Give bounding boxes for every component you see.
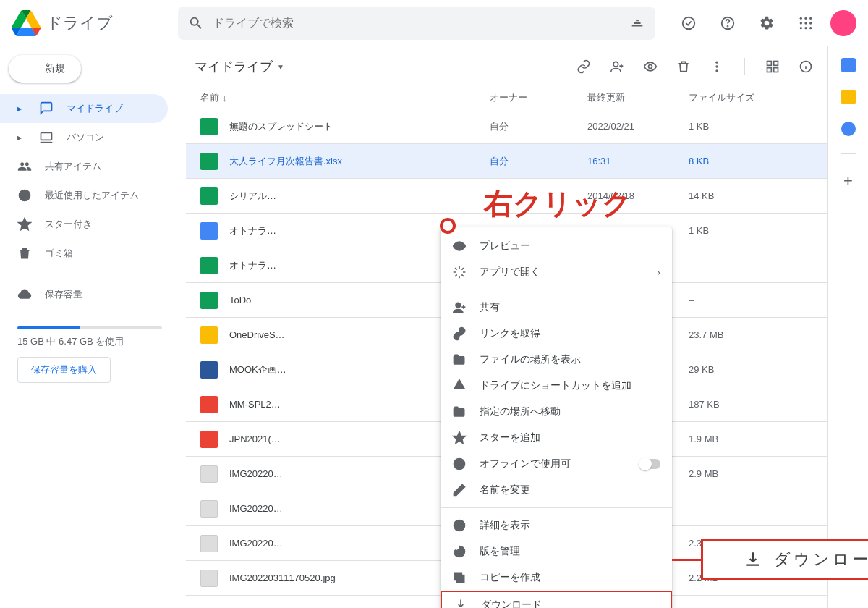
file-type-icon (200, 500, 218, 518)
svg-rect-12 (41, 132, 52, 140)
search-bar[interactable] (178, 7, 655, 40)
ctx-star[interactable]: スターを追加 (441, 425, 672, 451)
search-input[interactable] (213, 17, 621, 30)
buy-storage-button[interactable]: 保存容量を購入 (17, 357, 111, 383)
annotation-download-callout: ダウンロード (701, 539, 868, 580)
svg-point-6 (800, 22, 802, 24)
annotation-rightclick: 右クリック (484, 184, 631, 224)
svg-point-8 (809, 22, 812, 24)
svg-rect-20 (774, 62, 778, 66)
info-icon[interactable] (793, 54, 819, 80)
file-type-icon (200, 431, 218, 448)
storage-text: 15 GB 中 6.47 GB を使用 (17, 335, 162, 348)
file-type-icon (200, 118, 218, 135)
context-menu: プレビュー アプリで開く› 共有 リンクを取得 ファイルの場所を表示 ドライブに… (441, 227, 672, 608)
ctx-copy[interactable]: コピーを作成 (441, 565, 672, 591)
ready-offline-icon[interactable] (674, 9, 703, 38)
col-size[interactable]: ファイルサイズ (689, 91, 813, 104)
share-person-icon[interactable] (604, 54, 630, 80)
file-size: 29 KB (689, 364, 813, 375)
ctx-moveto[interactable]: 指定の場所へ移動 (441, 399, 672, 425)
file-size: – (689, 295, 813, 305)
nav-mydrive[interactable]: ▶ マイドライブ (0, 94, 168, 123)
settings-icon[interactable] (752, 9, 781, 38)
calendar-icon[interactable] (841, 58, 856, 72)
ctx-preview[interactable]: プレビュー (441, 233, 672, 259)
file-size: 1 KB (689, 225, 813, 236)
sort-down-icon[interactable]: ↓ (222, 93, 227, 104)
file-size: 14 KB (689, 190, 813, 201)
svg-rect-21 (767, 68, 772, 72)
svg-point-4 (804, 17, 807, 19)
file-size: 23.7 MB (689, 329, 813, 340)
apps-icon[interactable] (791, 9, 820, 38)
ctx-details[interactable]: 詳細を表示 (441, 512, 672, 539)
col-name[interactable]: 名前 (200, 91, 219, 104)
ctx-rename[interactable]: 名前を変更 (441, 477, 672, 503)
svg-point-16 (715, 62, 718, 64)
ctx-share[interactable]: 共有 (441, 295, 672, 321)
more-icon[interactable] (704, 54, 730, 80)
filter-icon[interactable] (629, 15, 645, 31)
trash-icon[interactable] (671, 54, 697, 80)
keep-icon[interactable] (841, 90, 856, 104)
file-owner: 自分 (490, 155, 587, 168)
breadcrumb-mydrive[interactable]: マイドライブ ▼ (195, 58, 284, 75)
nav-starred[interactable]: スター付き (0, 210, 168, 239)
file-row[interactable]: 大人ライフ月次報告書.xlsx 自分 16:31 8 KB (186, 144, 827, 179)
svg-rect-19 (767, 62, 772, 66)
svg-point-3 (800, 17, 802, 19)
logo[interactable]: ドライブ (12, 9, 178, 38)
col-owner[interactable]: オーナー (490, 91, 587, 104)
offline-toggle[interactable] (640, 459, 660, 469)
share-link-icon[interactable] (571, 54, 597, 80)
file-type-icon (200, 222, 218, 240)
file-row[interactable]: 無題のスプレッドシート 自分 2022/02/21 1 KB (186, 109, 827, 144)
nav-shared[interactable]: 共有アイテム (0, 152, 168, 181)
main-content: マイドライブ ▼ 名前 ↓ オーナー 最終更新 ファイルサイズ 無題のスプレッド… (179, 46, 827, 608)
nav-recent[interactable]: 最近使用したアイテム (0, 181, 168, 210)
help-icon[interactable] (713, 9, 742, 38)
svg-point-2 (728, 25, 728, 26)
svg-point-7 (804, 22, 807, 24)
new-button[interactable]: + 新規 (9, 55, 81, 83)
tasks-icon[interactable] (841, 122, 856, 136)
file-type-icon (200, 257, 218, 274)
drive-logo-icon (12, 9, 41, 38)
preview-icon[interactable] (637, 54, 663, 80)
ctx-offline[interactable]: オフラインで使用可 (441, 451, 672, 477)
file-name: シリアル… (229, 190, 490, 203)
ctx-getlink[interactable]: リンクを取得 (441, 321, 672, 347)
file-size: 2.9 MB (689, 468, 813, 479)
add-addon-icon[interactable]: + (843, 172, 853, 190)
chevron-right-icon: › (657, 266, 660, 278)
account-avatar[interactable] (830, 10, 856, 36)
svg-point-0 (683, 17, 695, 29)
side-panel: + (827, 46, 868, 608)
expand-icon[interactable]: ▶ (17, 106, 22, 112)
ctx-showloc[interactable]: ファイルの場所を表示 (441, 347, 672, 373)
file-name: 無題のスプレッドシート (229, 120, 490, 133)
svg-point-11 (809, 27, 812, 29)
app-name: ドライブ (46, 12, 113, 34)
nav-storage[interactable]: 保存容量 (0, 280, 168, 309)
ctx-shortcut[interactable]: ドライブにショートカットを追加 (441, 373, 672, 399)
file-type-icon (200, 396, 218, 413)
file-type-icon (200, 535, 218, 552)
file-type-icon (200, 326, 218, 344)
storage-bar (17, 326, 162, 329)
expand-icon[interactable]: ▶ (17, 135, 22, 141)
svg-point-9 (800, 27, 802, 29)
ctx-versions[interactable]: 版を管理 (441, 539, 672, 565)
nav-trash[interactable]: ゴミ箱 (0, 239, 168, 268)
nav-computers[interactable]: ▶ パソコン (0, 123, 168, 152)
grid-view-icon[interactable] (760, 54, 786, 80)
sidebar: + 新規 ▶ マイドライブ ▶ パソコン 共有アイテム 最近使用したアイテム ス… (0, 46, 179, 608)
ctx-openwith[interactable]: アプリで開く› (441, 259, 672, 285)
dropdown-icon: ▼ (277, 63, 284, 71)
col-modified[interactable]: 最終更新 (587, 91, 689, 104)
file-size: 1 KB (689, 121, 813, 132)
file-type-icon (200, 187, 218, 205)
ctx-download[interactable]: ダウンロード (441, 591, 672, 608)
new-button-label: 新規 (45, 62, 65, 75)
